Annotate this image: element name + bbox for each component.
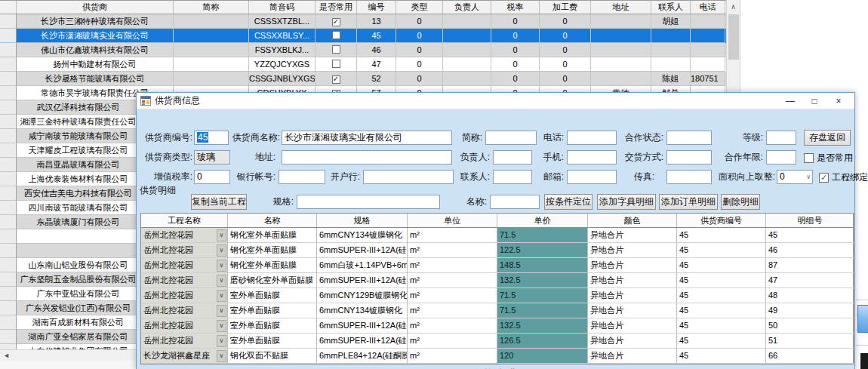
save-return-button[interactable]: 存盘返回 [804,130,851,146]
list-item[interactable]: 广东坚朗五金制品股份有限公司 [0,272,140,287]
column-header[interactable]: 联系人 [651,1,691,14]
coop-status-field[interactable] [666,131,712,145]
project-bind-checkbox[interactable]: ✓ [819,173,829,183]
grid-cell-project[interactable]: 长沙龙湖祺鑫星座∨ [141,349,228,364]
area-round-up-combo[interactable]: 0 ∨ [777,170,813,184]
grid-row[interactable]: 岳州北控花园∨室外单面贴膜6mmSUPER-III+12A(硅…m²126.5异… [141,334,853,349]
column-header[interactable]: 税率 [491,1,540,14]
grid-row[interactable]: 岳州北控花园∨钢化室外单面贴膜6mmCNY134镀膜钢化m²71.5异地合片45… [141,228,853,243]
vat-rate-field[interactable]: 0 [194,170,230,184]
column-header[interactable]: 负责人 [443,1,491,14]
grid-row[interactable]: 岳州北控花园∨室外单面贴膜6mmCNY129B镀膜钢化m²71.5异地合片454… [141,288,853,303]
grid-column-header[interactable]: 明细号 [766,214,854,227]
grid-row[interactable]: 长沙龙湖祺鑫星座∨钢化双面不贴膜6mmPLE84+12A(硅酮胶…m²120异地… [141,349,853,364]
column-header[interactable]: 供货商 [17,1,174,14]
list-item[interactable]: 武汉亿泽科技有限公司 [0,100,140,115]
grid-cell-project[interactable]: 岳州北控花园∨ [141,334,228,349]
list-item[interactable]: 广东中亚铝业有限公司 [0,287,140,301]
bank-branch-field[interactable] [363,170,454,184]
bank-account-field[interactable] [279,170,325,184]
grid-row[interactable]: 岳州北控花园∨室外单面贴膜6mmCNY134镀膜钢化m²71.5异地合片4549 [141,303,853,318]
add-order-detail-button[interactable]: 添加订单明细 [659,194,718,210]
table-row[interactable]: 长沙市潇湘玻璃实业有限公司CSSXXBLSY...45000 [0,29,740,43]
grid-cell-project[interactable]: 岳州北控花园∨ [141,243,228,258]
common-checkbox[interactable]: ✓ [332,18,340,26]
delete-detail-button[interactable]: 删除明细 [721,194,760,210]
copy-project-button[interactable]: 复制当前工程 [191,194,247,210]
grid-column-header[interactable]: 单价 [497,214,588,227]
list-item[interactable]: 东晶玻璃厦门有限公司 [0,215,140,229]
scrollbar-thumb[interactable] [728,14,739,60]
column-header[interactable]: 编号 [357,1,396,14]
grid-column-header[interactable]: 规格 [317,214,408,227]
list-item[interactable]: 南昌亚晶玻璃有限公司 [0,158,140,172]
common-checkbox[interactable]: ✓ [332,75,340,84]
minimize-button[interactable]: — [778,93,802,109]
list-item[interactable]: 山东南山铝业股份有限公司 [0,258,140,272]
common-checkbox[interactable] [804,153,814,163]
grid-row[interactable]: 岳州北控花园∨钢化室外单面贴膜6mmSUPER-III+12A(硅…m²122.… [141,243,853,258]
grade-field[interactable] [766,131,796,145]
address-field[interactable] [282,150,452,165]
project-bind-checkbox-group[interactable]: ✓ 工程绑定 [819,171,868,184]
list-item[interactable] [0,244,140,258]
grid-column-header[interactable]: 供货商编号 [677,214,766,227]
grid-column-header[interactable]: 单位 [408,214,497,227]
list-item[interactable]: 上海优泰装饰材料有限公司 [0,172,140,186]
table-row[interactable]: 扬州中勤建材有限公司YZZQJCYXGS47000 [0,57,740,72]
supplier-type-field[interactable]: 玻璃 [194,150,230,165]
column-header[interactable]: 简音码 [249,1,315,14]
fax-field[interactable] [666,170,712,184]
common-checkbox[interactable] [332,60,340,68]
email-field[interactable] [567,170,617,184]
grid-cell-project[interactable]: 岳州北控花园∨ [141,303,228,318]
supplier-name-field[interactable]: 长沙市潇湘玻璃实业有限公司 [282,131,452,145]
column-header[interactable]: 电话 [691,1,725,14]
table-row[interactable]: 佛山市亿鑫玻璃科技有限公司FSSYXBLKJ...46000 [0,43,740,57]
common-checkbox[interactable] [332,45,340,54]
list-item[interactable]: 四川南玻节能玻璃有限公司 [0,201,140,215]
common-checkbox-group[interactable]: 是否常用 [804,152,853,165]
locate-button[interactable]: 按条件定位 [544,194,593,210]
list-item[interactable]: 湖南广亚全铝家居有限公司 [0,330,140,344]
close-button[interactable]: × [826,93,851,109]
column-header[interactable]: 类型 [396,1,443,14]
list-item[interactable]: 天津耀皮工程玻璃有限公司 [0,143,140,158]
abbr-field[interactable] [485,131,537,145]
table-row[interactable]: 长沙市三湘特种玻璃有限公司CSSSXTZBL...✓13000胡姐 [0,14,740,29]
table-row[interactable]: 长沙晟格节能玻璃有限公司CSSGJNBLYXGS✓52000陈姐180751 [0,72,740,86]
grid-row[interactable]: 岳州北控花园∨钢化室外单面贴膜6mm白玻+1.14PVB+6mm…m²148.5… [141,258,853,273]
scroll-left-icon[interactable]: ◄ [0,350,13,361]
list-item[interactable]: 湖南百成新材料有限公司 [0,315,140,330]
contact-field[interactable] [493,170,532,184]
manager-field[interactable] [493,150,532,165]
maximize-button[interactable]: □ [802,93,826,109]
grid-cell-project[interactable]: 岳州北控花园∨ [141,258,228,273]
list-item[interactable]: 咸宁南玻节能玻璃有限公司 [0,129,140,143]
spec-filter-field[interactable] [297,195,440,209]
list-item[interactable]: 湘潭三金特种玻璃有限责任公司 [0,115,140,129]
list-item[interactable]: 广东兴发铝业(江西)有限公司 [0,301,140,315]
column-header[interactable]: 是否常用 [315,1,357,14]
delivery-method-field[interactable] [666,150,712,165]
scroll-up-icon[interactable]: ∧ [727,0,740,13]
coop-years-field[interactable] [766,150,796,165]
grid-row[interactable]: 岳州北控花园∨磨砂钢化室外单面贴膜6mmSUPER-III+12A(硅…m²13… [141,273,853,288]
grid-column-header[interactable]: 颜色 [588,214,677,227]
column-header[interactable]: 加工费 [540,1,591,14]
grid-column-header[interactable]: 工程名称 [141,214,228,227]
phone-field[interactable] [567,131,617,145]
supplier-no-field[interactable]: 45 [194,131,229,145]
grid-column-header[interactable]: 名称 [228,214,317,227]
grid-row[interactable]: 岳州北控花园∨室外单面贴膜6mmSUPER-III+12A(硅…m²132.5异… [141,318,853,334]
list-item[interactable] [0,229,140,244]
column-header[interactable]: 简称 [174,1,249,14]
list-item[interactable]: 西安佳吉美电力科技有限公司 [0,186,140,201]
mobile-field[interactable] [567,150,617,165]
add-dict-detail-button[interactable]: 添加字典明细 [597,194,656,210]
common-checkbox[interactable] [332,31,340,39]
column-header[interactable]: 地址 [591,1,651,14]
grid-cell-project[interactable]: 岳州北控花园∨ [141,288,228,303]
grid-cell-project[interactable]: 岳州北控花园∨ [141,228,228,243]
grid-cell-project[interactable]: 岳州北控花园∨ [141,273,228,288]
